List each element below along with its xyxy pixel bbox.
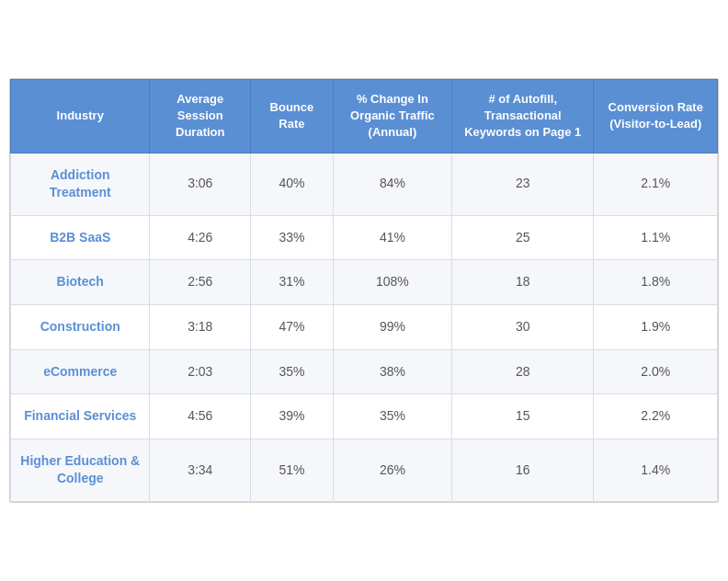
cell-pct_change-0: 84% xyxy=(333,153,451,215)
cell-industry-5: Financial Services xyxy=(11,394,150,439)
cell-bounce_rate-5: 39% xyxy=(251,394,334,439)
header-bounce_rate: Bounce Rate xyxy=(251,80,334,154)
cell-avg_session-5: 4:56 xyxy=(150,394,251,439)
header-conversion: Conversion Rate (Visitor-to-Lead) xyxy=(594,80,718,154)
cell-industry-4: eCommerce xyxy=(11,349,150,394)
cell-autofill-4: 28 xyxy=(452,349,594,394)
cell-avg_session-3: 3:18 xyxy=(150,304,251,349)
cell-bounce_rate-3: 47% xyxy=(251,304,334,349)
cell-avg_session-0: 3:06 xyxy=(150,153,251,215)
table-row: Higher Education & College3:3451%26%161.… xyxy=(11,439,718,501)
cell-pct_change-1: 41% xyxy=(333,215,451,260)
header-industry: Industry xyxy=(11,80,150,154)
table-row: Biotech2:5631%108%181.8% xyxy=(11,260,718,305)
cell-industry-1: B2B SaaS xyxy=(11,215,150,260)
cell-pct_change-5: 35% xyxy=(333,394,451,439)
cell-pct_change-4: 38% xyxy=(333,349,451,394)
cell-bounce_rate-4: 35% xyxy=(251,349,334,394)
cell-autofill-3: 30 xyxy=(452,304,594,349)
header-pct_change: % Change In Organic Traffic (Annual) xyxy=(333,80,451,154)
cell-industry-0: Addiction Treatment xyxy=(11,153,150,215)
cell-avg_session-6: 3:34 xyxy=(150,439,251,501)
cell-autofill-6: 16 xyxy=(452,439,594,501)
cell-conversion-3: 1.9% xyxy=(594,304,718,349)
data-table: IndustryAverage Session DurationBounce R… xyxy=(9,78,719,503)
cell-conversion-5: 2.2% xyxy=(594,394,718,439)
cell-conversion-2: 1.8% xyxy=(594,260,718,305)
table-row: Addiction Treatment3:0640%84%232.1% xyxy=(11,153,718,215)
cell-industry-2: Biotech xyxy=(11,260,150,305)
cell-pct_change-2: 108% xyxy=(333,260,451,305)
cell-bounce_rate-1: 33% xyxy=(251,215,334,260)
cell-autofill-1: 25 xyxy=(452,215,594,260)
header-autofill: # of Autofill, Transactional Keywords on… xyxy=(452,80,594,154)
cell-bounce_rate-0: 40% xyxy=(251,153,334,215)
table-row: Construction3:1847%99%301.9% xyxy=(11,304,718,349)
header-avg_session: Average Session Duration xyxy=(150,80,251,154)
cell-conversion-6: 1.4% xyxy=(594,439,718,501)
cell-pct_change-3: 99% xyxy=(333,304,451,349)
table-row: B2B SaaS4:2633%41%251.1% xyxy=(11,215,718,260)
cell-avg_session-4: 2:03 xyxy=(150,349,251,394)
cell-avg_session-2: 2:56 xyxy=(150,260,251,305)
cell-conversion-1: 1.1% xyxy=(594,215,718,260)
cell-autofill-2: 18 xyxy=(452,260,594,305)
cell-industry-3: Construction xyxy=(11,304,150,349)
cell-conversion-4: 2.0% xyxy=(594,349,718,394)
cell-conversion-0: 2.1% xyxy=(594,153,718,215)
cell-autofill-0: 23 xyxy=(452,153,594,215)
cell-autofill-5: 15 xyxy=(452,394,594,439)
cell-avg_session-1: 4:26 xyxy=(150,215,251,260)
table-row: Financial Services4:5639%35%152.2% xyxy=(11,394,718,439)
cell-bounce_rate-6: 51% xyxy=(251,439,334,501)
cell-pct_change-6: 26% xyxy=(333,439,451,501)
cell-industry-6: Higher Education & College xyxy=(11,439,150,501)
cell-bounce_rate-2: 31% xyxy=(251,260,334,305)
table-row: eCommerce2:0335%38%282.0% xyxy=(11,349,718,394)
